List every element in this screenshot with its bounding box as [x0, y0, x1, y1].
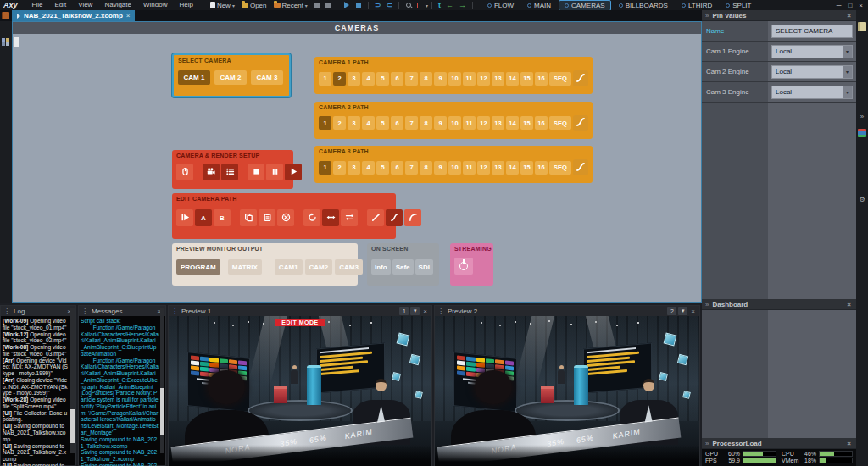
streaming-power-button[interactable] — [454, 258, 473, 275]
cam-select-button-cam2[interactable]: CAM 2 — [214, 70, 247, 85]
menu-navigate[interactable]: Navigate — [98, 0, 137, 10]
path-button-15[interactable]: 15 — [520, 72, 533, 86]
view-button-cameras[interactable]: CAMERAS — [559, 0, 611, 11]
chevrons-icon[interactable]: » — [858, 112, 866, 120]
processor-load-header[interactable]: » ProcessorLoad × — [702, 438, 856, 449]
pin-values-header[interactable]: » Pin Values × — [702, 10, 856, 21]
path-button-1[interactable]: 1 — [319, 116, 331, 130]
path-button-11[interactable]: 11 — [463, 72, 476, 86]
recent-button[interactable]: Recent ▾ — [270, 0, 311, 10]
edit-loop-button[interactable] — [303, 209, 320, 226]
edit-move-horizontal-button[interactable] — [322, 209, 339, 226]
path-button-13[interactable]: 13 — [492, 116, 504, 130]
path-button-1[interactable]: 1 — [319, 72, 331, 86]
view-button-billboards[interactable]: BILLBOARDS — [613, 0, 674, 11]
path-button-6[interactable]: 6 — [391, 72, 403, 86]
close-icon[interactable]: × — [845, 440, 853, 447]
library-icon[interactable] — [2, 12, 9, 19]
expand-icon[interactable]: » — [705, 301, 709, 308]
render-play-button[interactable] — [285, 164, 302, 180]
render-camera-button[interactable] — [203, 164, 220, 180]
path-button-seq[interactable]: SEQ — [549, 72, 571, 86]
menu-view[interactable]: View — [72, 0, 98, 10]
pin-dropdown[interactable]: Local▾ — [771, 86, 853, 99]
expand-icon[interactable]: » — [705, 12, 709, 19]
path-button-2[interactable]: 2 — [333, 116, 346, 130]
view-button-lthird[interactable]: LTHIRD — [676, 0, 718, 11]
drag-handle-icon[interactable]: ⋮ — [81, 308, 88, 315]
path-button-16[interactable]: 16 — [535, 72, 548, 86]
dashboard-header[interactable]: » Dashboard × — [702, 299, 856, 310]
path-button-16[interactable]: 16 — [535, 116, 548, 130]
monitor-button-program[interactable]: PROGRAM — [176, 259, 220, 275]
scrollbar-thumb[interactable] — [160, 388, 164, 435]
messages-scrollbar[interactable] — [160, 308, 164, 453]
path-button-4[interactable]: 4 — [362, 72, 375, 86]
path-button-10[interactable]: 10 — [448, 161, 461, 175]
close-icon[interactable]: × — [689, 308, 697, 315]
path-button-8[interactable]: 8 — [420, 72, 432, 86]
path-button-3[interactable]: 3 — [348, 72, 360, 86]
canvas-scrollbar[interactable] — [14, 37, 19, 47]
path-button-3[interactable]: 3 — [348, 116, 360, 130]
path-button-14[interactable]: 14 — [506, 72, 519, 86]
path-button-6[interactable]: 6 — [391, 161, 403, 175]
path-button-4[interactable]: 4 — [362, 161, 375, 175]
path-button-seq[interactable]: SEQ — [549, 116, 571, 130]
save-icon[interactable] — [314, 3, 320, 8]
chevron-down-icon[interactable]: ▾ — [843, 66, 852, 78]
axis-tool-icon[interactable] — [417, 3, 423, 8]
path-button-12[interactable]: 12 — [477, 72, 490, 86]
path-button-2[interactable]: 2 — [333, 161, 346, 175]
edit-paste-button[interactable] — [259, 209, 275, 226]
menu-file[interactable]: File — [26, 0, 49, 10]
path-curve-button[interactable] — [573, 70, 588, 86]
path-button-15[interactable]: 15 — [520, 116, 533, 130]
preview-1-viewport[interactable]: NORA35%65%KARIMEDIT MODE — [169, 316, 431, 466]
render-pause-button[interactable] — [266, 164, 283, 180]
tab-close-icon[interactable]: × — [126, 12, 131, 19]
preview-2-header[interactable]: ⋮ Preview 2 2 ▾ × — [435, 306, 699, 316]
transform-tool-icon[interactable]: t — [438, 1, 441, 9]
close-icon[interactable]: × — [421, 308, 429, 315]
close-icon[interactable]: × — [845, 301, 853, 308]
path-button-12[interactable]: 12 — [477, 116, 490, 130]
forward-arrow-icon[interactable]: → — [459, 1, 466, 9]
path-curve-button[interactable] — [573, 159, 588, 175]
path-button-13[interactable]: 13 — [492, 161, 504, 175]
back-arrow-icon[interactable]: ← — [446, 1, 453, 9]
edit-letter-a-button[interactable]: A — [195, 209, 212, 226]
path-button-4[interactable]: 4 — [362, 116, 375, 130]
path-button-2[interactable]: 2 — [333, 72, 346, 86]
view-button-flow[interactable]: FLOW — [481, 0, 520, 11]
maximize-button[interactable]: □ — [848, 2, 852, 9]
menu-edit[interactable]: Edit — [48, 0, 72, 10]
redo-icon[interactable]: ⊂ — [386, 1, 392, 9]
render-stop-button[interactable] — [248, 164, 264, 180]
minimize-button[interactable]: ─ — [837, 2, 842, 9]
chevron-down-icon[interactable]: ▾ — [843, 46, 852, 58]
path-button-7[interactable]: 7 — [405, 116, 418, 130]
chevron-down-icon[interactable]: ▾ — [426, 3, 428, 8]
grid-view-icon[interactable] — [2, 38, 9, 46]
render-mouse-button[interactable] — [176, 164, 193, 180]
path-button-13[interactable]: 13 — [492, 72, 504, 86]
pin-dropdown[interactable]: Local▾ — [771, 65, 853, 79]
onscreen-button-info[interactable]: Info — [371, 259, 391, 275]
undo-icon[interactable]: ⊃ — [375, 1, 381, 9]
log-scrollbar[interactable] — [70, 308, 75, 453]
open-button[interactable]: Open — [238, 0, 270, 10]
path-button-8[interactable]: 8 — [420, 161, 432, 175]
path-button-seq[interactable]: SEQ — [549, 161, 571, 175]
onscreen-button-safe[interactable]: Safe — [392, 259, 414, 275]
edit-cancel-button[interactable] — [277, 209, 294, 226]
path-button-11[interactable]: 11 — [463, 161, 476, 175]
chevron-down-icon[interactable]: ▾ — [843, 86, 852, 98]
cam-select-button-cam3[interactable]: CAM 3 — [251, 70, 283, 85]
edit-letter-b-button[interactable]: B — [214, 209, 231, 226]
close-button[interactable]: × — [859, 2, 863, 9]
path-button-3[interactable]: 3 — [348, 161, 360, 175]
drag-handle-icon[interactable]: ⋮ — [437, 308, 444, 315]
edit-swap-button[interactable] — [341, 209, 358, 226]
menu-help[interactable]: Help — [173, 0, 198, 10]
